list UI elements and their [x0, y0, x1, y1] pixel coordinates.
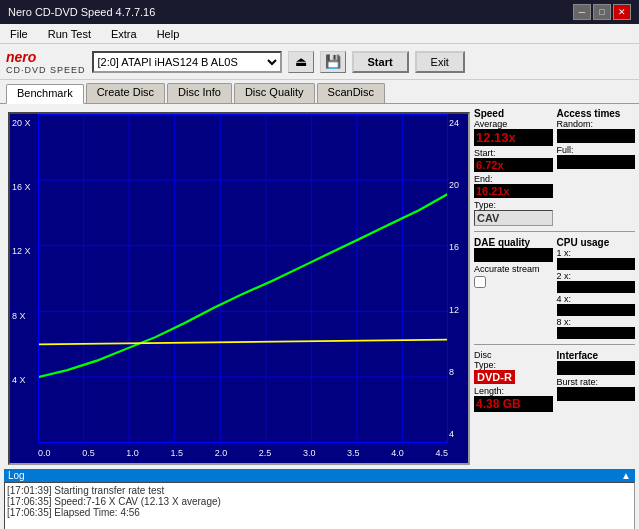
log-entry-2: [17:06:35] Elapsed Time: 4:56 [7, 507, 632, 518]
interface-value-box [557, 361, 636, 375]
end-value: 16.21x [474, 184, 553, 198]
accurate-stream-label: Accurate stream [474, 264, 553, 274]
y-label-4: 4 X [12, 375, 36, 385]
toolbar: nero CD·DVD SPEED [2:0] ATAPI iHAS124 B … [0, 44, 639, 80]
x-label-15: 1.5 [170, 448, 183, 458]
log-header: Log ▲ [4, 469, 635, 482]
y-right-8: 8 [449, 367, 467, 377]
chart-area: 20 X 16 X 12 X 8 X 4 X [8, 112, 470, 465]
log-title: Log [8, 470, 25, 481]
svg-rect-0 [38, 114, 448, 443]
disc-type-sublabel: Disc [474, 350, 553, 360]
chart-svg [38, 114, 448, 443]
x-label-10: 1.0 [126, 448, 139, 458]
log-entry-1: [17:06:35] Speed:7-16 X CAV (12.13 X ave… [7, 496, 632, 507]
speed-section: Speed Average 12.13x Start: 6.72x End: 1… [474, 108, 553, 226]
save-button[interactable]: 💾 [320, 51, 346, 73]
y-right-20: 20 [449, 180, 467, 190]
menu-bar: File Run Test Extra Help [0, 24, 639, 44]
menu-run-test[interactable]: Run Test [42, 27, 97, 41]
type-label: Type: [474, 200, 553, 210]
x-label-45: 4.5 [435, 448, 448, 458]
cpu-section: CPU usage 1 x: 2 x: 4 x: 8 x: [557, 237, 636, 339]
cpu-4x-label: 4 x: [557, 294, 636, 304]
disc-section: Disc Type: DVD-R Length: 4.38 GB [474, 350, 553, 412]
tab-disc-quality[interactable]: Disc Quality [234, 83, 315, 103]
menu-help[interactable]: Help [151, 27, 186, 41]
y-right-4: 4 [449, 429, 467, 439]
avg-label: Average [474, 119, 553, 129]
y-right-16: 16 [449, 242, 467, 252]
random-value-box [557, 129, 636, 143]
interface-section: Interface Burst rate: [557, 350, 636, 412]
disc-type-label: Type: [474, 360, 553, 370]
exit-button[interactable]: Exit [415, 51, 465, 73]
start-value: 6.72x [474, 158, 553, 172]
app-title: Nero CD-DVD Speed 4.7.7.16 [8, 6, 155, 18]
eject-button[interactable]: ⏏ [288, 51, 314, 73]
x-label-20: 2.0 [215, 448, 228, 458]
title-bar-controls: ─ □ ✕ [573, 4, 631, 20]
x-label-05: 0.5 [82, 448, 95, 458]
cpu-4x-box [557, 304, 636, 316]
tabs-bar: Benchmark Create Disc Disc Info Disc Qua… [0, 80, 639, 104]
y-label-12: 12 X [12, 246, 36, 256]
dae-label: DAE quality [474, 237, 553, 248]
main-content: 20 X 16 X 12 X 8 X 4 X [0, 104, 639, 469]
speed-brand: CD·DVD SPEED [6, 65, 86, 75]
access-section: Access times Random: Full: [557, 108, 636, 226]
dae-value-box [474, 248, 553, 262]
burst-rate-label: Burst rate: [557, 377, 636, 387]
y-label-8: 8 X [12, 311, 36, 321]
maximize-button[interactable]: □ [593, 4, 611, 20]
cpu-2x-label: 2 x: [557, 271, 636, 281]
disc-length-value: 4.38 GB [474, 396, 553, 412]
avg-value: 12.13x [474, 129, 553, 146]
full-value-box [557, 155, 636, 169]
menu-file[interactable]: File [4, 27, 34, 41]
disc-length-label: Length: [474, 386, 553, 396]
x-label-35: 3.5 [347, 448, 360, 458]
tab-benchmark[interactable]: Benchmark [6, 84, 84, 104]
nero-brand: nero [6, 49, 36, 65]
title-bar-left: Nero CD-DVD Speed 4.7.7.16 [8, 6, 155, 18]
nero-logo: nero CD·DVD SPEED [6, 49, 86, 75]
log-entry-0: [17:01:39] Starting transfer rate test [7, 485, 632, 496]
y-label-20: 20 X [12, 118, 36, 128]
cpu-8x-box [557, 327, 636, 339]
menu-extra[interactable]: Extra [105, 27, 143, 41]
log-area: [17:01:39] Starting transfer rate test [… [4, 482, 635, 529]
log-container: Log ▲ [17:01:39] Starting transfer rate … [4, 469, 635, 529]
start-button[interactable]: Start [352, 51, 409, 73]
content-wrapper: 20 X 16 X 12 X 8 X 4 X [0, 104, 639, 529]
close-button[interactable]: ✕ [613, 4, 631, 20]
x-label-40: 4.0 [391, 448, 404, 458]
x-label-0: 0.0 [38, 448, 51, 458]
full-label: Full: [557, 145, 636, 155]
dae-section: DAE quality Accurate stream [474, 237, 553, 339]
start-label: Start: [474, 148, 553, 158]
y-label-16: 16 X [12, 182, 36, 192]
burst-rate-box [557, 387, 636, 401]
y-right-24: 24 [449, 118, 467, 128]
right-panel: Speed Average 12.13x Start: 6.72x End: 1… [474, 104, 639, 469]
cpu-8x-label: 8 x: [557, 317, 636, 327]
x-label-25: 2.5 [259, 448, 272, 458]
title-bar: Nero CD-DVD Speed 4.7.7.16 ─ □ ✕ [0, 0, 639, 24]
x-label-30: 3.0 [303, 448, 316, 458]
minimize-button[interactable]: ─ [573, 4, 591, 20]
cpu-2x-box [557, 281, 636, 293]
cpu-1x-label: 1 x: [557, 248, 636, 258]
access-label: Access times [557, 108, 636, 119]
type-value: CAV [474, 210, 553, 226]
tab-create-disc[interactable]: Create Disc [86, 83, 165, 103]
drive-select[interactable]: [2:0] ATAPI iHAS124 B AL0S [92, 51, 282, 73]
speed-label: Speed [474, 108, 553, 119]
disc-type-value: DVD-R [474, 370, 515, 384]
log-scroll-icon: ▲ [621, 470, 631, 481]
end-label: End: [474, 174, 553, 184]
cpu-1x-box [557, 258, 636, 270]
tab-scan-disc[interactable]: ScanDisc [317, 83, 385, 103]
tab-disc-info[interactable]: Disc Info [167, 83, 232, 103]
accurate-stream-checkbox[interactable] [474, 276, 486, 288]
